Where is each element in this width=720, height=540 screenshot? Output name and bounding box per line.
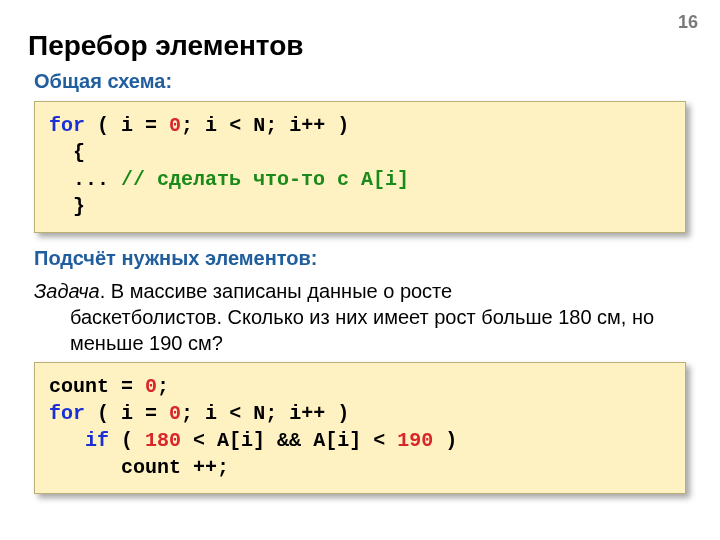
code-text: < bbox=[373, 429, 385, 452]
page-number: 16 bbox=[678, 12, 698, 33]
code-block-count: count = 0; for ( i = 0; i < N; i++ ) if … bbox=[34, 362, 686, 494]
kw-if: if bbox=[85, 429, 109, 452]
code-text bbox=[217, 402, 229, 425]
num-zero: 0 bbox=[169, 114, 181, 137]
code-text: count bbox=[49, 375, 109, 398]
num-zero: 0 bbox=[169, 402, 181, 425]
code-text bbox=[49, 429, 85, 452]
slide: Перебор элементов Общая схема: for ( i =… bbox=[0, 0, 720, 494]
task-dot: . bbox=[100, 280, 111, 302]
code-text bbox=[109, 375, 121, 398]
code-text bbox=[241, 402, 253, 425]
code-text: < bbox=[229, 402, 241, 425]
kw-for: for bbox=[49, 402, 85, 425]
task-line1: В массиве записаны данные о росте bbox=[111, 280, 452, 302]
subhead-count: Подсчёт нужных элементов: bbox=[34, 247, 692, 270]
code-text: ( i bbox=[85, 402, 133, 425]
code-text: ( bbox=[109, 429, 145, 452]
code-text: count ++; bbox=[49, 456, 229, 479]
code-text: ; bbox=[157, 375, 169, 398]
code-text bbox=[385, 429, 397, 452]
num-190: 190 bbox=[397, 429, 433, 452]
code-text bbox=[133, 402, 145, 425]
kw-for: for bbox=[49, 114, 85, 137]
code-text: < bbox=[193, 429, 205, 452]
task-label: Задача bbox=[34, 280, 100, 302]
code-text: ... bbox=[49, 168, 121, 191]
code-text: ; i bbox=[181, 402, 217, 425]
num-180: 180 bbox=[145, 429, 181, 452]
page-title: Перебор элементов bbox=[28, 30, 692, 62]
code-text: ( i bbox=[85, 114, 133, 137]
code-text: } bbox=[49, 195, 85, 218]
code-text bbox=[133, 114, 145, 137]
code-text bbox=[181, 429, 193, 452]
code-text: N; i++ ) bbox=[253, 402, 349, 425]
code-text bbox=[217, 114, 229, 137]
code-text: = bbox=[121, 375, 133, 398]
code-comment: // сделать что-то с A[i] bbox=[121, 168, 409, 191]
code-text: < bbox=[229, 114, 241, 137]
task-text: Задача. В массиве записаны данные о рост… bbox=[34, 278, 692, 356]
code-text: A[i] && A[i] bbox=[217, 429, 361, 452]
code-text bbox=[157, 402, 169, 425]
code-text bbox=[133, 375, 145, 398]
num-zero: 0 bbox=[145, 375, 157, 398]
code-text bbox=[241, 114, 253, 137]
task-rest: баскетболистов. Сколько из них имеет рос… bbox=[34, 304, 692, 356]
subhead-scheme: Общая схема: bbox=[34, 70, 692, 93]
code-text: N; i++ ) bbox=[253, 114, 349, 137]
code-text bbox=[157, 114, 169, 137]
code-text: { bbox=[49, 141, 85, 164]
code-text bbox=[361, 429, 373, 452]
code-text: ) bbox=[433, 429, 457, 452]
code-text: = bbox=[145, 402, 157, 425]
code-text: = bbox=[145, 114, 157, 137]
code-text: ; i bbox=[181, 114, 217, 137]
code-block-scheme: for ( i = 0; i < N; i++ ) { ... // сдела… bbox=[34, 101, 686, 233]
code-text bbox=[205, 429, 217, 452]
